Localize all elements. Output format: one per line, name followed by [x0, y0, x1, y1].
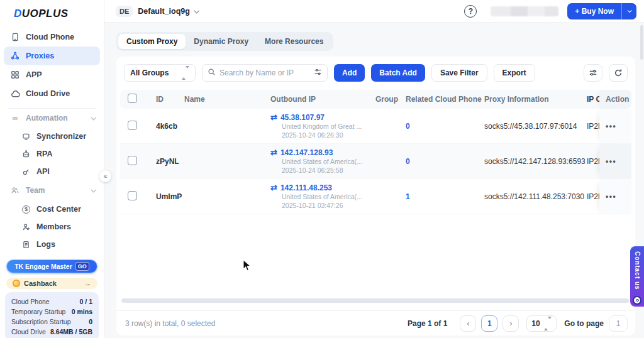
- add-button[interactable]: Add: [334, 64, 365, 82]
- sidebar-item-app[interactable]: APP: [4, 65, 100, 84]
- sidebar-item-rpa[interactable]: RPA: [0, 145, 104, 163]
- row-checkbox[interactable]: [128, 121, 137, 130]
- outbound-ip-link[interactable]: 142.111.48.253: [280, 183, 332, 192]
- cell-id: zPyNL: [156, 157, 184, 166]
- cost-center-icon: $: [21, 205, 31, 214]
- go-badge: GO: [75, 262, 89, 271]
- sidebar-collapse-button[interactable]: «: [99, 170, 111, 182]
- column-header-id: ID: [156, 95, 184, 104]
- related-cloud-phone-link[interactable]: 0: [406, 157, 410, 166]
- usage-value: 8.64MB / 5GB: [50, 327, 92, 337]
- sidebar-section-automation[interactable]: ∞ Automation: [0, 109, 104, 128]
- logo-d: D: [14, 8, 22, 19]
- refresh-button[interactable]: [609, 64, 628, 82]
- goto-page-input[interactable]: [609, 315, 628, 332]
- team-icon: [10, 186, 20, 195]
- cell-outbound-ip: ⇄ 142.147.128.93 United States of Americ…: [270, 148, 375, 175]
- outbound-ip-link[interactable]: 45.38.107.97: [280, 113, 325, 122]
- contact-us-tab[interactable]: Contact us: [630, 246, 644, 307]
- horizontal-scrollbar[interactable]: [121, 298, 629, 303]
- next-page-button[interactable]: ›: [502, 315, 519, 332]
- ip-check-time: 2025-10-24 06:25:58: [282, 166, 375, 175]
- sidebar-item-label: Proxies: [26, 52, 54, 60]
- cell-id: UmImP: [156, 192, 184, 201]
- help-icon[interactable]: ?: [464, 5, 477, 18]
- sidebar-item-label: Members: [36, 222, 71, 231]
- page-size-value: 10: [531, 319, 540, 328]
- advanced-filter-icon[interactable]: [314, 67, 322, 79]
- export-button[interactable]: Export: [494, 64, 535, 82]
- goto-page-label: Go to page: [564, 319, 604, 328]
- sidebar-item-label: Cost Center: [36, 205, 81, 214]
- batch-add-button[interactable]: Batch Add: [371, 64, 425, 82]
- column-header-action: Action: [599, 90, 631, 109]
- row-actions-menu[interactable]: •••: [606, 157, 616, 166]
- usage-value: 0: [89, 317, 92, 327]
- search-icon: [208, 67, 216, 79]
- tk-engage-master-banner[interactable]: TK Engage Master GO: [6, 259, 97, 273]
- sidebar-item-cloud-phone[interactable]: Cloud Phone: [4, 28, 100, 46]
- sidebar-item-cloud-drive[interactable]: Cloud Drive: [4, 84, 100, 103]
- cell-proxy-information: socks5://142.111.48.253:7030: [484, 192, 587, 201]
- page-scrollbar[interactable]: [640, 25, 643, 60]
- table-footer: 3 row(s) in total, 0 selected Page 1 of …: [116, 310, 635, 335]
- table-row[interactable]: UmImP ⇄ 142.111.48.253 United States of …: [120, 179, 631, 214]
- sidebar-section-team[interactable]: Team: [0, 180, 104, 200]
- ip-location: United States of America(...: [282, 192, 375, 201]
- sidebar: DUOPLUS Cloud Phone Proxies APP Cloud Dr…: [0, 0, 104, 338]
- table-toolbar: All Groups Add Batch Add Save Filter Exp…: [116, 57, 635, 82]
- api-icon: [21, 167, 31, 177]
- sidebar-item-cost-center[interactable]: $ Cost Center: [0, 200, 104, 218]
- usage-value: 0 / 1: [80, 297, 92, 307]
- sidebar-item-label: Synchronizer: [36, 132, 86, 141]
- column-settings-button[interactable]: [584, 64, 602, 82]
- sidebar-item-logs[interactable]: Logs: [0, 236, 104, 253]
- refresh-ip-icon[interactable]: ⇄: [270, 114, 277, 121]
- sidebar-item-proxies[interactable]: Proxies: [4, 46, 100, 65]
- row-actions-menu[interactable]: •••: [606, 122, 616, 131]
- select-all-checkbox[interactable]: [128, 94, 137, 103]
- page-size-select[interactable]: 10: [526, 315, 557, 332]
- tab-custom-proxy[interactable]: Custom Proxy: [118, 34, 186, 49]
- table-row[interactable]: 4k6cb ⇄ 45.38.107.97 United Kingdom of G…: [120, 109, 631, 144]
- group-filter-select[interactable]: All Groups: [124, 64, 196, 82]
- related-cloud-phone-link[interactable]: 0: [406, 122, 410, 131]
- tab-dynamic-proxy[interactable]: Dynamic Proxy: [186, 34, 257, 49]
- usage-label: Cloud Drive: [11, 327, 46, 337]
- ip-location: United States of America(...: [282, 157, 375, 166]
- row-checkbox[interactable]: [128, 156, 137, 165]
- cell-ip-check: IP2l: [587, 192, 599, 201]
- usage-value: 0 mins: [72, 307, 92, 317]
- outbound-ip-link[interactable]: 142.147.128.93: [280, 148, 333, 157]
- usage-row: Temporary Startup 0 mins: [11, 307, 92, 317]
- prev-page-button[interactable]: ‹: [460, 315, 476, 332]
- workspace-selector[interactable]: Default_ioq9g: [138, 7, 190, 16]
- cashback-banner[interactable]: Cashback →: [6, 278, 97, 289]
- column-header-related-cloud-phone: Related Cloud Phone: [406, 95, 484, 104]
- page-number-button[interactable]: 1: [481, 315, 497, 332]
- row-checkbox[interactable]: [128, 191, 137, 200]
- column-header-name: Name: [184, 95, 270, 104]
- related-cloud-phone-link[interactable]: 1: [406, 192, 410, 201]
- table-row[interactable]: zPyNL ⇄ 142.147.128.93 United States of …: [120, 144, 631, 179]
- row-actions-menu[interactable]: •••: [606, 192, 616, 201]
- buy-now-dropdown[interactable]: [621, 3, 636, 19]
- buy-now-button[interactable]: + Buy Now: [567, 3, 636, 19]
- sidebar-item-members[interactable]: Members: [0, 218, 104, 236]
- app-grid-icon: [10, 70, 20, 80]
- proxy-table: ID Name Outbound IP Group Related Cloud …: [120, 90, 631, 214]
- redacted-account-info: [491, 6, 558, 16]
- refresh-ip-icon[interactable]: ⇄: [270, 149, 277, 156]
- row-count-summary: 3 row(s) in total, 0 selected: [125, 319, 215, 328]
- cell-proxy-information: socks5://142.147.128.93:6593: [484, 157, 587, 166]
- cell-ip-check: IP2l: [587, 157, 599, 166]
- search-input[interactable]: [219, 68, 310, 77]
- refresh-ip-icon[interactable]: ⇄: [270, 184, 277, 192]
- sidebar-item-label: API: [36, 167, 50, 176]
- save-filter-button[interactable]: Save Filter: [431, 64, 487, 82]
- sidebar-item-synchronizer[interactable]: Synchronizer: [0, 128, 104, 145]
- sidebar-item-label: APP: [26, 70, 42, 79]
- tab-more-resources[interactable]: More Resources: [257, 34, 331, 49]
- column-header-outbound-ip: Outbound IP: [270, 95, 375, 104]
- sidebar-item-api[interactable]: API: [0, 163, 104, 180]
